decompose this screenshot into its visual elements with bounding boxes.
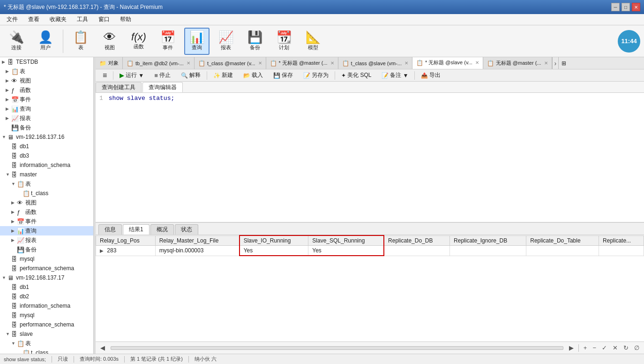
tree-item-28[interactable]: 🗄performance_schema (0, 320, 93, 329)
hamburger-menu[interactable]: ≡ (98, 70, 111, 81)
tree-item-19[interactable]: ▶📈报表 (0, 235, 93, 245)
tree-item-15[interactable]: ▶👁视图 (0, 198, 93, 207)
tree-item-23[interactable]: ▼🖥vm-192.168.137.17 (0, 273, 93, 282)
tab-untitled-master2[interactable]: 📋 无标题 @master (... ✕ (483, 57, 552, 69)
tree-item-5[interactable]: ▶📊查询 (0, 104, 93, 114)
load-button[interactable]: 📂 载入 (239, 70, 267, 81)
result-tab-overview[interactable]: 概况 (150, 224, 174, 235)
comment-dropdown-icon[interactable]: ▼ (403, 72, 408, 79)
scroll-right-btn[interactable]: ▶ (567, 344, 576, 352)
menu-tools[interactable]: 工具 (72, 15, 93, 24)
tab-tclass-slave-close[interactable]: ✕ (404, 61, 408, 66)
tree-item-3[interactable]: ▶ƒ函数 (0, 85, 93, 95)
tree-item-6[interactable]: ▶📈报表 (0, 114, 93, 123)
tool-report[interactable]: 📈 报表 (213, 28, 239, 55)
tab-objects[interactable]: 📁 对象 (96, 57, 123, 69)
export-button[interactable]: 📤 导出 (417, 70, 445, 81)
tree-item-11[interactable]: 🗄information_schema (0, 160, 93, 170)
tree-label-6: 报表 (20, 114, 31, 122)
tab-untitled-master-close[interactable]: ✕ (330, 61, 334, 66)
minimize-button[interactable]: ─ (611, 3, 620, 11)
tool-function[interactable]: f(x) 函数 (126, 28, 151, 55)
tool-connect[interactable]: 🔌 连接 (4, 28, 29, 55)
tab-tb-item[interactable]: 📋 tb_item @db2 (vm-... ✕ (123, 57, 195, 69)
tree-item-2[interactable]: ▶👁视图 (0, 76, 93, 85)
tree-item-12[interactable]: ▼🗄master (0, 170, 93, 179)
result-tab-result1[interactable]: 结果1 (123, 224, 150, 235)
tree-item-4[interactable]: ▶📅事件 (0, 95, 93, 104)
tool-schedule[interactable]: 📆 计划 (271, 28, 297, 55)
explain-button[interactable]: 🔍 解释 (177, 70, 205, 81)
menu-window[interactable]: 窗口 (94, 15, 114, 24)
delete-row-btn[interactable]: − (591, 344, 598, 352)
menu-view[interactable]: 查看 (23, 15, 44, 24)
tree-item-9[interactable]: 🗄db1 (0, 142, 93, 151)
tree-item-31[interactable]: 📋t_class (0, 348, 93, 354)
tab-tclass-master[interactable]: 📋 t_class @master (v... ✕ (195, 57, 266, 69)
scroll-left-btn[interactable]: ◀ (98, 344, 107, 352)
tree-item-30[interactable]: ▼📋表 (0, 339, 93, 348)
save-as-button[interactable]: 📝 另存为 (299, 70, 333, 81)
query-tab-editor[interactable]: 查询编辑器 (142, 82, 183, 92)
tree-item-18[interactable]: ▶📊查询 (0, 226, 93, 235)
tree-item-22[interactable]: 🗄performance_schema (0, 264, 93, 273)
tree-item-26[interactable]: 🗄information_schema (0, 301, 93, 311)
tool-user[interactable]: 👤 用户 (33, 28, 58, 55)
save-button[interactable]: 💾 保存 (269, 70, 297, 81)
maximize-button[interactable]: □ (622, 3, 630, 11)
tree-item-8[interactable]: ▼🖥vm-192.168.137.16 (0, 132, 93, 142)
tree-item-21[interactable]: 🗄mysql (0, 254, 93, 264)
tree-arrow-23: ▼ (2, 275, 7, 280)
new-button[interactable]: ✨ 新建 (209, 70, 237, 81)
tool-backup[interactable]: 💾 备份 (242, 28, 268, 55)
tree-item-27[interactable]: 🗄mysql (0, 311, 93, 320)
beautify-button[interactable]: ✦ 美化 SQL (337, 70, 375, 81)
tree-item-24[interactable]: 🗄db1 (0, 282, 93, 292)
tree-item-16[interactable]: ▶ƒ函数 (0, 207, 93, 217)
tool-view[interactable]: 👁 视图 (97, 28, 122, 55)
menu-help[interactable]: 帮助 (115, 15, 136, 24)
run-dropdown-icon[interactable]: ▼ (138, 72, 144, 79)
refresh-btn[interactable]: ↻ (622, 344, 630, 352)
tree-item-25[interactable]: 🗄db2 (0, 292, 93, 301)
tab-tclass-master-close[interactable]: ✕ (258, 61, 262, 66)
tree-item-10[interactable]: 🗄db3 (0, 151, 93, 160)
confirm-btn[interactable]: ✓ (600, 344, 609, 352)
menu-favorites[interactable]: 收藏夹 (45, 15, 71, 24)
tree-item-14[interactable]: 📋t_class (0, 189, 93, 198)
tab-tools[interactable]: ⊞ (558, 57, 569, 69)
tab-active-slave-close[interactable]: ✕ (475, 60, 479, 65)
tree-item-1[interactable]: ▶📋表 (0, 67, 93, 76)
tree-item-13[interactable]: ▼📋表 (0, 179, 93, 189)
tree-arrow-8: ▼ (2, 135, 7, 139)
run-button[interactable]: ▶ 运行 ▼ (115, 70, 148, 81)
result-tab-status[interactable]: 状态 (175, 224, 198, 235)
tree-item-0[interactable]: ▶🗄TESTDB (0, 57, 93, 67)
tab-tb-item-close[interactable]: ✕ (187, 61, 190, 66)
query-tab-builder[interactable]: 查询创建工具 (96, 82, 142, 92)
horizontal-scrollbar[interactable] (111, 346, 563, 350)
null-btn[interactable]: ∅ (632, 344, 641, 352)
tool-model[interactable]: 📐 模型 (300, 28, 326, 55)
editor-area[interactable]: 1show slave status; (96, 93, 644, 222)
tool-event[interactable]: 📅 事件 (155, 28, 180, 55)
tree-item-29[interactable]: ▼🗄slave (0, 329, 93, 339)
tree-label-27: mysql (20, 312, 34, 318)
tree-item-7[interactable]: 💾备份 (0, 123, 93, 132)
result-tab-info[interactable]: 信息 (98, 224, 122, 235)
tab-untitled-master[interactable]: 📋 * 无标题 @master (... ✕ (266, 57, 338, 69)
menu-file[interactable]: 文件 (2, 15, 22, 24)
close-button[interactable]: ✕ (632, 3, 640, 11)
stop-button[interactable]: ■ 停止 (150, 70, 175, 81)
tab-active-slave[interactable]: 📋 * 无标题 @slave (v... ✕ (412, 57, 483, 69)
tab-nav-right[interactable]: › (552, 57, 559, 69)
comment-button[interactable]: 📝 备注 ▼ (377, 70, 412, 81)
tab-untitled-master2-close[interactable]: ✕ (544, 61, 548, 66)
tool-table[interactable]: 📋 表 (68, 28, 93, 55)
tab-tclass-slave[interactable]: 📋 t_class @slave (vm-... ✕ (338, 57, 412, 69)
cancel-edit-btn[interactable]: ✕ (611, 344, 620, 352)
tree-item-20[interactable]: 💾备份 (0, 245, 93, 254)
tool-query[interactable]: 📊 查询 (184, 28, 210, 55)
tree-item-17[interactable]: ▶📅事件 (0, 217, 93, 226)
add-row-btn[interactable]: + (582, 344, 589, 352)
